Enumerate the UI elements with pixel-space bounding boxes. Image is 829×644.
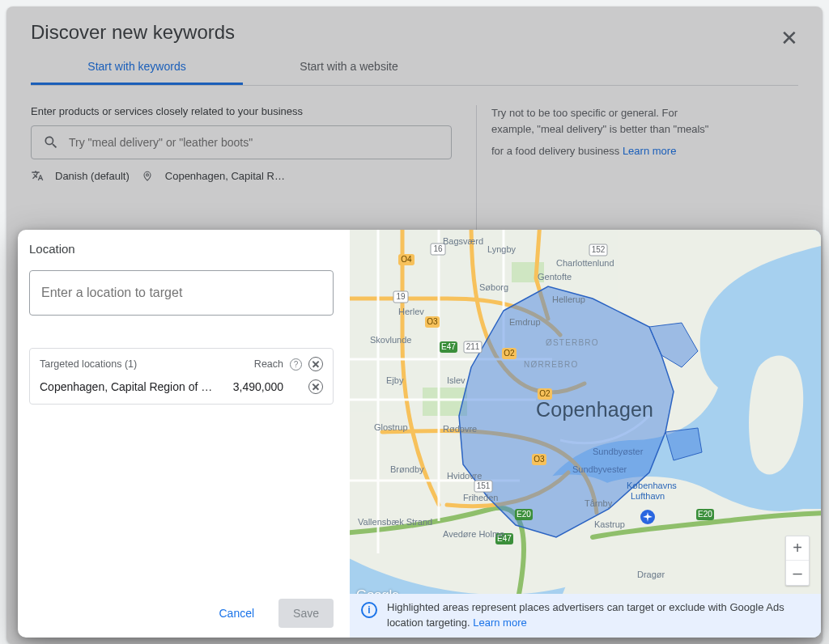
svg-text:152: 152 [592,245,606,254]
svg-text:Glostrup: Glostrup [374,422,408,432]
svg-text:Københavns: Københavns [627,481,677,490]
svg-text:Herlev: Herlev [398,307,424,316]
svg-text:Brøndby: Brøndby [390,464,424,474]
tab-website[interactable]: Start with a website [243,50,455,85]
zoom-in-button[interactable]: + [786,536,809,561]
location-reach: 3,490,000 [225,380,283,393]
road-shield: 211 [464,341,482,353]
svg-text:Vallensbæk Strand: Vallensbæk Strand [358,517,432,527]
svg-text:Islev: Islev [447,375,466,385]
airport-marker-icon [640,510,655,524]
close-icon[interactable]: ✕ [780,26,798,51]
svg-text:O3: O3 [534,455,545,464]
road-shield: O2 [502,348,517,359]
svg-text:Hellerup: Hellerup [552,294,585,304]
map-info-banner: i Highlighted areas represent places adv… [350,594,821,638]
location-chip[interactable]: Copenhagen, Capital R… [165,170,285,182]
svg-text:Hvidovre: Hvidovre [447,471,482,481]
map-zoom-control: + – [785,536,810,586]
svg-text:Gentofte: Gentofte [538,272,572,282]
svg-text:O4: O4 [401,255,412,264]
road-shield: O3 [532,454,546,465]
svg-text:NØRREBRO: NØRREBRO [524,360,578,369]
svg-text:E47: E47 [441,342,456,351]
svg-text:19: 19 [396,292,406,301]
road-shield: 19 [393,291,408,303]
svg-text:Bagsværd: Bagsværd [443,236,483,246]
svg-text:ØSTERBRO: ØSTERBRO [546,338,599,347]
remove-location-icon[interactable] [308,379,323,394]
svg-text:Kastrup: Kastrup [594,519,625,529]
location-input-wrap[interactable] [29,270,334,316]
tab-keywords[interactable]: Start with keywords [31,50,243,85]
svg-text:Friheden: Friheden [463,493,498,502]
targeted-header: Targeted locations (1) [40,358,219,370]
location-title: Location [29,242,334,256]
svg-text:Avedøre Holme: Avedøre Holme [443,529,504,539]
svg-text:Sundbyvester: Sundbyvester [572,464,627,474]
translate-icon [31,169,44,182]
road-shield: 152 [589,244,607,256]
svg-text:Søborg: Søborg [479,282,508,292]
zoom-out-button[interactable]: – [786,561,809,585]
svg-point-0 [146,174,148,176]
info-icon: i [361,602,377,618]
map-city-label: Copenhagen [536,397,653,421]
svg-text:Ejby: Ejby [386,375,404,385]
dialog-tabs: Start with keywords Start with a website [31,50,798,86]
location-panel: Location Targeted locations (1) Reach ? … [18,230,350,638]
products-prompt: Enter products or services closely relat… [31,105,452,117]
reach-help-icon[interactable]: ? [290,358,302,371]
banner-text: Highlighted areas represent places adver… [387,601,784,629]
svg-text:E20: E20 [698,510,712,519]
location-input[interactable] [41,286,321,300]
map-area[interactable]: O4 O3 O3 O2 O2 16 19 211 151 152 E47 E20… [350,230,821,638]
reach-header: Reach [225,358,283,370]
svg-text:O2: O2 [504,349,515,358]
road-shield: E20 [515,509,533,520]
cancel-button[interactable]: Cancel [204,599,269,628]
keyword-search-input[interactable] [69,136,440,149]
svg-text:Emdrup: Emdrup [509,317,541,327]
svg-text:Rødovre: Rødovre [443,424,477,434]
svg-text:Sundbyøster: Sundbyøster [593,447,644,456]
svg-text:Lufthavn: Lufthavn [631,491,665,501]
road-shield: 151 [474,481,492,492]
road-shield: O3 [425,316,440,328]
svg-text:16: 16 [433,244,443,253]
svg-text:Skovlunde: Skovlunde [370,335,411,345]
map-svg: O4 O3 O3 O2 O2 16 19 211 151 152 E47 E20… [350,230,821,638]
svg-text:O3: O3 [427,317,438,326]
svg-text:Charlottenlund: Charlottenlund [556,258,614,268]
search-icon [43,134,59,150]
location-modal: Location Targeted locations (1) Reach ? … [18,230,821,638]
svg-text:151: 151 [477,481,491,490]
save-button: Save [278,599,334,628]
road-shield: E20 [696,509,714,520]
svg-text:Dragør: Dragør [637,570,665,579]
banner-learn-more-link[interactable]: Learn more [473,616,526,629]
keyword-search-box[interactable] [31,125,452,159]
location-pin-icon [141,169,154,182]
svg-text:Lyngby: Lyngby [487,244,517,254]
clear-all-icon[interactable] [308,357,323,371]
svg-text:E20: E20 [517,510,531,519]
dialog-title: Discover new keywords [31,21,798,44]
svg-text:Tårnby: Tårnby [585,498,613,508]
location-name: Copenhagen, Capital Region of Denmark, …… [40,380,219,393]
language-chip[interactable]: Danish (default) [55,170,130,182]
road-shield: E47 [440,341,457,353]
road-shield: O4 [398,254,414,265]
svg-text:211: 211 [466,342,480,351]
targeted-locations-box: Targeted locations (1) Reach ? Copenhage… [29,348,334,405]
tip-learn-more-link[interactable]: Learn more [623,143,676,159]
targeted-location-row: Copenhagen, Capital Region of Denmark, …… [40,379,323,394]
